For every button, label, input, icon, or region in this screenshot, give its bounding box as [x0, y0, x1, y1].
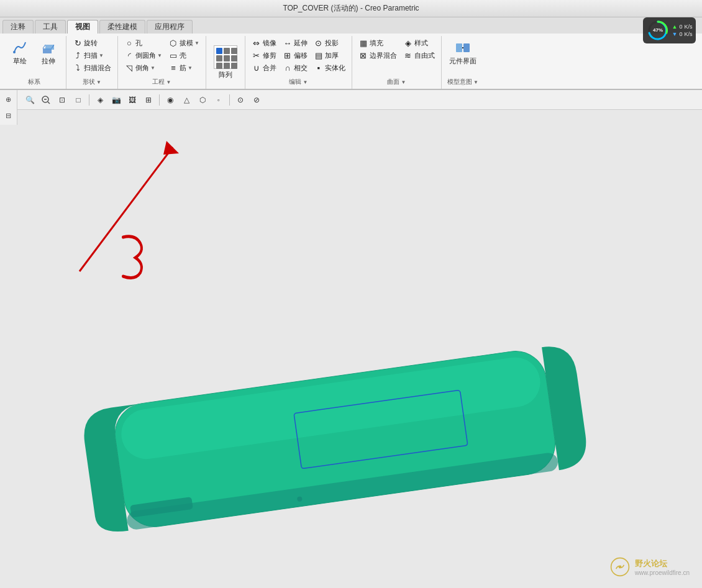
- btn-trim[interactable]: ✂ 修剪: [249, 50, 279, 61]
- annotation-number: [116, 228, 155, 292]
- group-model-intent-label: 模型意图 ▼: [447, 78, 478, 88]
- vp-render[interactable]: ⊞: [141, 93, 156, 107]
- left-panel: ⊕ ⊟: [0, 90, 17, 125]
- boundary-blend-icon: ⊠: [358, 50, 368, 60]
- vp-extra1[interactable]: ⊙: [233, 93, 248, 107]
- group-surface-label: 曲面 ▼: [387, 78, 406, 88]
- btn-sweep-blend[interactable]: ⤵ 扫描混合: [70, 62, 114, 73]
- component-interface-icon: [454, 39, 472, 57]
- btn-boundary-blend[interactable]: ⊠ 边界混合: [356, 50, 399, 61]
- vp-perspective[interactable]: ◈: [93, 93, 107, 107]
- btn-fill[interactable]: ▦ 填充: [356, 37, 399, 48]
- btn-rotate[interactable]: ↻ 旋转: [70, 37, 114, 48]
- btn-extrude[interactable]: 拉伸: [35, 37, 62, 68]
- vp-camera[interactable]: 📷: [109, 93, 124, 107]
- btn-style[interactable]: ◈ 样式: [401, 37, 437, 48]
- sketch-label: 草绘: [13, 57, 27, 66]
- svg-point-0: [13, 51, 16, 53]
- btn-rib[interactable]: ≡ 筋 ▼: [166, 62, 202, 73]
- btn-freeform[interactable]: ≋ 自由式: [401, 50, 437, 61]
- group-shape: ↻ 旋转 ⤴ 扫描 ▼ ⤵ 扫描混合 形状 ▼: [66, 36, 118, 89]
- perf-circle: 47%: [647, 19, 669, 42]
- perf-meter: 47% ▲ 0 K/s ▼ 0 K/s: [643, 17, 696, 43]
- extrude-label: 拉伸: [42, 57, 55, 66]
- hole-icon: ○: [124, 38, 134, 48]
- group-sketch: 草绘 拉伸: [2, 36, 66, 89]
- sweep-icon: ⤴: [73, 50, 83, 60]
- btn-component-interface[interactable]: 元件界面: [445, 37, 480, 68]
- vp-orient3[interactable]: ⬡: [195, 93, 210, 107]
- group-surface: ▦ 填充 ⊠ 边界混合 ◈ 样式 ≋ 自由式: [352, 36, 442, 89]
- vp-orient2[interactable]: △: [179, 93, 194, 107]
- left-btn-1[interactable]: ⊕: [2, 93, 16, 106]
- btn-offset[interactable]: ⊞ 偏移: [280, 50, 310, 61]
- mirror-icon: ⇔: [252, 38, 262, 48]
- btn-intersect[interactable]: ∩ 相交: [280, 62, 310, 73]
- btn-hole[interactable]: ○ 孔: [122, 37, 165, 48]
- round-icon: ◜: [124, 50, 134, 60]
- intersect-icon: ∩: [283, 63, 293, 73]
- btn-draft[interactable]: ⬡ 拔模 ▼: [166, 37, 202, 48]
- btn-round[interactable]: ◜ 倒圆角 ▼: [122, 50, 165, 61]
- vp-zoom-in[interactable]: 🔍: [22, 93, 37, 107]
- ribbon: 注释 工具 视图 柔性建模 应用程序 草绘: [0, 17, 702, 90]
- extend-icon: ↔: [283, 38, 293, 48]
- group-shape-label: 形状 ▼: [83, 78, 101, 88]
- ribbon-tabs: 注释 工具 视图 柔性建模 应用程序: [0, 17, 702, 34]
- solidify-icon: ▪: [314, 63, 324, 73]
- model-3d: [55, 315, 614, 551]
- svg-rect-5: [456, 43, 462, 52]
- tab-tools[interactable]: 工具: [35, 20, 66, 34]
- vp-orient1[interactable]: ◉: [163, 93, 178, 107]
- svg-rect-6: [463, 43, 470, 52]
- shell-icon: ▭: [168, 50, 178, 60]
- component-interface-label: 元件界面: [449, 57, 476, 66]
- vp-image[interactable]: 🖼: [125, 93, 140, 107]
- btn-chamfer[interactable]: ◹ 倒角 ▼: [122, 62, 165, 73]
- watermark-url: www.proewildfire.cn: [635, 569, 690, 576]
- watermark-logo: [610, 557, 630, 577]
- svg-point-22: [618, 566, 621, 569]
- svg-line-3: [43, 45, 45, 48]
- tab-apps[interactable]: 应用程序: [147, 20, 193, 34]
- vp-extra2[interactable]: ⊘: [249, 93, 264, 107]
- svg-line-10: [48, 102, 50, 104]
- ribbon-content: 草绘 拉伸: [0, 34, 702, 89]
- btn-array[interactable]: 阵列: [210, 43, 241, 81]
- btn-shell[interactable]: ▭ 壳: [166, 50, 202, 61]
- btn-mirror[interactable]: ⇔ 镜像: [249, 37, 279, 48]
- vp-orient4[interactable]: ◦: [211, 93, 226, 107]
- annotation-arrow-svg: [42, 122, 229, 296]
- vp-refit[interactable]: □: [71, 93, 86, 107]
- group-edit: ⇔ 镜像 ✂ 修剪 ∪ 合并 ↔ 延伸: [245, 36, 352, 89]
- perf-stats: ▲ 0 K/s ▼ 0 K/s: [672, 24, 693, 37]
- viewport-toolbar: 🔍 ⊡ □ ◈ 📷 🖼 ⊞ ◉ △ ⬡ ◦ ⊙ ⊘: [17, 90, 702, 110]
- tab-annotation[interactable]: 注释: [2, 20, 34, 34]
- group-array: 阵列: [206, 36, 245, 89]
- svg-marker-20: [163, 141, 179, 155]
- vp-sep-3: [229, 94, 230, 106]
- watermark: 野火论坛 www.proewildfire.cn: [610, 557, 690, 577]
- btn-sweep[interactable]: ⤴ 扫描 ▼: [70, 50, 114, 61]
- group-edit-label: 编辑 ▼: [289, 78, 308, 88]
- group-model-intent: 元件界面 模型意图 ▼: [442, 36, 484, 89]
- style-icon: ◈: [403, 38, 413, 48]
- btn-sketch[interactable]: 草绘: [6, 37, 34, 68]
- project-icon: ⊙: [314, 38, 324, 48]
- vp-zoom-out[interactable]: [39, 93, 53, 107]
- btn-project[interactable]: ⊙ 投影: [311, 37, 348, 48]
- trim-icon: ✂: [252, 50, 262, 60]
- offset-icon: ⊞: [283, 50, 293, 60]
- freeform-icon: ≋: [403, 50, 413, 60]
- left-btn-2[interactable]: ⊟: [2, 109, 16, 122]
- sweep-blend-icon: ⤵: [73, 63, 83, 73]
- tab-flexible[interactable]: 柔性建模: [99, 20, 145, 34]
- btn-thicken[interactable]: ▤ 加厚: [311, 50, 348, 61]
- tab-view[interactable]: 视图: [67, 20, 98, 34]
- vp-fit[interactable]: ⊡: [55, 93, 70, 107]
- btn-merge[interactable]: ∪ 合并: [249, 62, 279, 73]
- btn-extend[interactable]: ↔ 延伸: [280, 37, 310, 48]
- draft-icon: ⬡: [168, 38, 178, 48]
- perf-download: ▼ 0 K/s: [672, 31, 693, 37]
- btn-solidify[interactable]: ▪ 实体化: [311, 62, 348, 73]
